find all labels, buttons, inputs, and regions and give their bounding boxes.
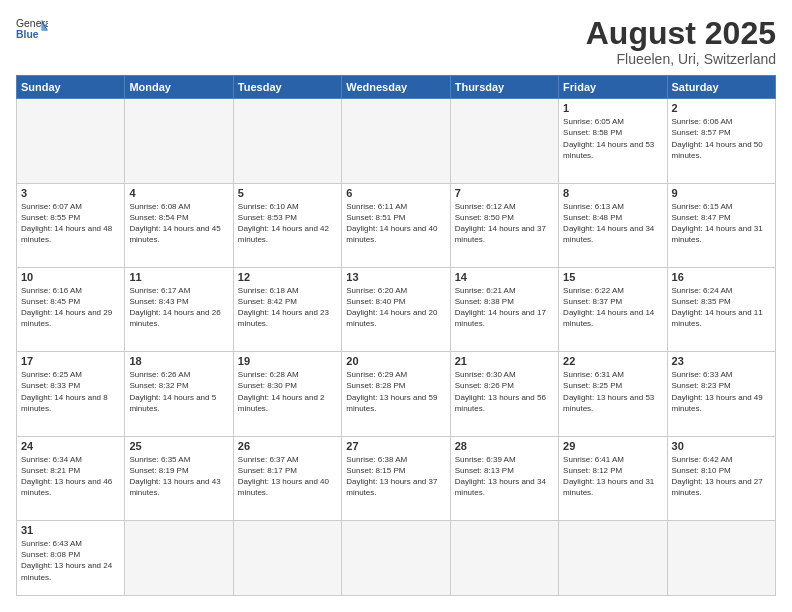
- calendar-header-wednesday: Wednesday: [342, 76, 450, 99]
- calendar-day-cell: 14Sunrise: 6:21 AMSunset: 8:38 PMDayligh…: [450, 267, 558, 351]
- header: General Blue August 2025 Flueelen, Uri, …: [16, 16, 776, 67]
- calendar-week-row: 3Sunrise: 6:07 AMSunset: 8:55 PMDaylight…: [17, 183, 776, 267]
- day-number: 29: [563, 440, 662, 452]
- calendar-day-cell: [559, 520, 667, 595]
- day-info: Sunrise: 6:42 AMSunset: 8:10 PMDaylight:…: [672, 454, 771, 499]
- day-number: 12: [238, 271, 337, 283]
- day-number: 13: [346, 271, 445, 283]
- calendar-header-sunday: Sunday: [17, 76, 125, 99]
- generalblue-logo-icon: General Blue: [16, 16, 48, 44]
- day-info: Sunrise: 6:15 AMSunset: 8:47 PMDaylight:…: [672, 201, 771, 246]
- day-info: Sunrise: 6:06 AMSunset: 8:57 PMDaylight:…: [672, 116, 771, 161]
- day-number: 8: [563, 187, 662, 199]
- calendar-day-cell: 12Sunrise: 6:18 AMSunset: 8:42 PMDayligh…: [233, 267, 341, 351]
- day-number: 31: [21, 524, 120, 536]
- calendar-day-cell: 6Sunrise: 6:11 AMSunset: 8:51 PMDaylight…: [342, 183, 450, 267]
- day-number: 24: [21, 440, 120, 452]
- day-info: Sunrise: 6:37 AMSunset: 8:17 PMDaylight:…: [238, 454, 337, 499]
- day-number: 30: [672, 440, 771, 452]
- day-info: Sunrise: 6:38 AMSunset: 8:15 PMDaylight:…: [346, 454, 445, 499]
- day-info: Sunrise: 6:18 AMSunset: 8:42 PMDaylight:…: [238, 285, 337, 330]
- day-number: 9: [672, 187, 771, 199]
- calendar-day-cell: 9Sunrise: 6:15 AMSunset: 8:47 PMDaylight…: [667, 183, 775, 267]
- calendar-day-cell: 4Sunrise: 6:08 AMSunset: 8:54 PMDaylight…: [125, 183, 233, 267]
- calendar-day-cell: 24Sunrise: 6:34 AMSunset: 8:21 PMDayligh…: [17, 436, 125, 520]
- day-number: 7: [455, 187, 554, 199]
- day-number: 19: [238, 355, 337, 367]
- day-info: Sunrise: 6:13 AMSunset: 8:48 PMDaylight:…: [563, 201, 662, 246]
- calendar-day-cell: 1Sunrise: 6:05 AMSunset: 8:58 PMDaylight…: [559, 99, 667, 183]
- calendar-week-row: 24Sunrise: 6:34 AMSunset: 8:21 PMDayligh…: [17, 436, 776, 520]
- day-number: 22: [563, 355, 662, 367]
- svg-text:Blue: Blue: [16, 29, 39, 40]
- calendar-header-friday: Friday: [559, 76, 667, 99]
- calendar-day-cell: [233, 520, 341, 595]
- calendar-title: August 2025: [586, 16, 776, 51]
- calendar-day-cell: 2Sunrise: 6:06 AMSunset: 8:57 PMDaylight…: [667, 99, 775, 183]
- calendar-header-thursday: Thursday: [450, 76, 558, 99]
- calendar-day-cell: [342, 99, 450, 183]
- day-info: Sunrise: 6:16 AMSunset: 8:45 PMDaylight:…: [21, 285, 120, 330]
- day-number: 14: [455, 271, 554, 283]
- day-number: 1: [563, 102, 662, 114]
- calendar-week-row: 1Sunrise: 6:05 AMSunset: 8:58 PMDaylight…: [17, 99, 776, 183]
- day-info: Sunrise: 6:25 AMSunset: 8:33 PMDaylight:…: [21, 369, 120, 414]
- calendar-day-cell: 25Sunrise: 6:35 AMSunset: 8:19 PMDayligh…: [125, 436, 233, 520]
- day-number: 6: [346, 187, 445, 199]
- day-info: Sunrise: 6:31 AMSunset: 8:25 PMDaylight:…: [563, 369, 662, 414]
- day-info: Sunrise: 6:08 AMSunset: 8:54 PMDaylight:…: [129, 201, 228, 246]
- calendar-day-cell: 31Sunrise: 6:43 AMSunset: 8:08 PMDayligh…: [17, 520, 125, 595]
- day-number: 23: [672, 355, 771, 367]
- calendar-subtitle: Flueelen, Uri, Switzerland: [586, 51, 776, 67]
- calendar-day-cell: 15Sunrise: 6:22 AMSunset: 8:37 PMDayligh…: [559, 267, 667, 351]
- calendar-day-cell: 16Sunrise: 6:24 AMSunset: 8:35 PMDayligh…: [667, 267, 775, 351]
- day-info: Sunrise: 6:26 AMSunset: 8:32 PMDaylight:…: [129, 369, 228, 414]
- calendar-header-monday: Monday: [125, 76, 233, 99]
- calendar-day-cell: 17Sunrise: 6:25 AMSunset: 8:33 PMDayligh…: [17, 352, 125, 436]
- day-number: 16: [672, 271, 771, 283]
- calendar-day-cell: 5Sunrise: 6:10 AMSunset: 8:53 PMDaylight…: [233, 183, 341, 267]
- day-info: Sunrise: 6:12 AMSunset: 8:50 PMDaylight:…: [455, 201, 554, 246]
- day-number: 18: [129, 355, 228, 367]
- day-info: Sunrise: 6:30 AMSunset: 8:26 PMDaylight:…: [455, 369, 554, 414]
- calendar-day-cell: 23Sunrise: 6:33 AMSunset: 8:23 PMDayligh…: [667, 352, 775, 436]
- calendar-day-cell: 10Sunrise: 6:16 AMSunset: 8:45 PMDayligh…: [17, 267, 125, 351]
- calendar-week-row: 17Sunrise: 6:25 AMSunset: 8:33 PMDayligh…: [17, 352, 776, 436]
- day-number: 26: [238, 440, 337, 452]
- day-info: Sunrise: 6:29 AMSunset: 8:28 PMDaylight:…: [346, 369, 445, 414]
- day-info: Sunrise: 6:43 AMSunset: 8:08 PMDaylight:…: [21, 538, 120, 583]
- calendar-day-cell: [125, 520, 233, 595]
- day-info: Sunrise: 6:05 AMSunset: 8:58 PMDaylight:…: [563, 116, 662, 161]
- calendar-day-cell: 28Sunrise: 6:39 AMSunset: 8:13 PMDayligh…: [450, 436, 558, 520]
- calendar-day-cell: 8Sunrise: 6:13 AMSunset: 8:48 PMDaylight…: [559, 183, 667, 267]
- calendar-day-cell: [233, 99, 341, 183]
- day-number: 2: [672, 102, 771, 114]
- calendar-day-cell: 13Sunrise: 6:20 AMSunset: 8:40 PMDayligh…: [342, 267, 450, 351]
- calendar-day-cell: 7Sunrise: 6:12 AMSunset: 8:50 PMDaylight…: [450, 183, 558, 267]
- calendar-day-cell: [17, 99, 125, 183]
- calendar-day-cell: 26Sunrise: 6:37 AMSunset: 8:17 PMDayligh…: [233, 436, 341, 520]
- day-number: 20: [346, 355, 445, 367]
- calendar-week-row: 31Sunrise: 6:43 AMSunset: 8:08 PMDayligh…: [17, 520, 776, 595]
- calendar-header-saturday: Saturday: [667, 76, 775, 99]
- day-info: Sunrise: 6:10 AMSunset: 8:53 PMDaylight:…: [238, 201, 337, 246]
- day-info: Sunrise: 6:21 AMSunset: 8:38 PMDaylight:…: [455, 285, 554, 330]
- day-info: Sunrise: 6:20 AMSunset: 8:40 PMDaylight:…: [346, 285, 445, 330]
- day-info: Sunrise: 6:33 AMSunset: 8:23 PMDaylight:…: [672, 369, 771, 414]
- day-info: Sunrise: 6:11 AMSunset: 8:51 PMDaylight:…: [346, 201, 445, 246]
- day-info: Sunrise: 6:41 AMSunset: 8:12 PMDaylight:…: [563, 454, 662, 499]
- day-info: Sunrise: 6:17 AMSunset: 8:43 PMDaylight:…: [129, 285, 228, 330]
- calendar-day-cell: 21Sunrise: 6:30 AMSunset: 8:26 PMDayligh…: [450, 352, 558, 436]
- calendar-day-cell: [667, 520, 775, 595]
- day-info: Sunrise: 6:35 AMSunset: 8:19 PMDaylight:…: [129, 454, 228, 499]
- title-block: August 2025 Flueelen, Uri, Switzerland: [586, 16, 776, 67]
- page: General Blue August 2025 Flueelen, Uri, …: [0, 0, 792, 612]
- calendar-table: SundayMondayTuesdayWednesdayThursdayFrid…: [16, 75, 776, 596]
- calendar-header-row: SundayMondayTuesdayWednesdayThursdayFrid…: [17, 76, 776, 99]
- calendar-day-cell: [450, 99, 558, 183]
- calendar-day-cell: 18Sunrise: 6:26 AMSunset: 8:32 PMDayligh…: [125, 352, 233, 436]
- day-info: Sunrise: 6:07 AMSunset: 8:55 PMDaylight:…: [21, 201, 120, 246]
- day-info: Sunrise: 6:34 AMSunset: 8:21 PMDaylight:…: [21, 454, 120, 499]
- calendar-week-row: 10Sunrise: 6:16 AMSunset: 8:45 PMDayligh…: [17, 267, 776, 351]
- calendar-day-cell: 22Sunrise: 6:31 AMSunset: 8:25 PMDayligh…: [559, 352, 667, 436]
